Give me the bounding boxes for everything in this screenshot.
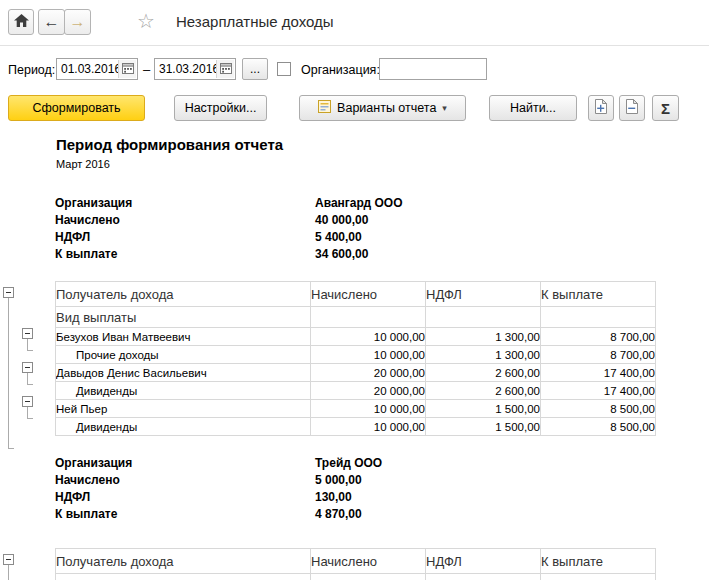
back-button[interactable]: ←	[38, 9, 65, 35]
summary-row[interactable]: Организация Авангард ООО	[55, 195, 655, 212]
recipient-cell[interactable]: Ней Пьер	[56, 400, 311, 418]
report-variants-button[interactable]: Варианты отчета ▾	[299, 95, 466, 121]
date-to-input[interactable]	[155, 59, 219, 79]
forward-button[interactable]: →	[64, 9, 91, 35]
report-window: ← → ☆ Незарплатные доходы Период: – ... …	[0, 0, 709, 580]
summary-row[interactable]: НДФЛ 130,00	[55, 489, 655, 506]
date-from-calendar-button[interactable]	[118, 60, 136, 78]
collapse-groups-button[interactable]	[619, 95, 645, 121]
organization-input[interactable]	[379, 58, 487, 80]
summary-row[interactable]: Организация Трейд ООО	[55, 455, 655, 472]
column-header: Начислено	[311, 282, 426, 307]
subheader-cell	[426, 574, 541, 580]
org-value[interactable]: Трейд ООО	[315, 455, 382, 472]
ndfl-cell[interactable]: 2 600,00	[426, 382, 541, 400]
group-line	[8, 565, 9, 580]
payment-kind-cell[interactable]: Дивиденды	[56, 382, 311, 400]
autosum-button[interactable]: Σ	[652, 95, 679, 121]
group-collapse-toggle[interactable]	[22, 362, 33, 373]
accrued-cell[interactable]: 20 000,00	[311, 382, 426, 400]
ndfl-cell[interactable]: 1 300,00	[426, 346, 541, 364]
payable-cell[interactable]: 8 500,00	[541, 400, 656, 418]
income-table-1: Получатель дохода Начислено НДФЛ К выпла…	[55, 281, 656, 436]
page-title: Незарплатные доходы	[176, 13, 334, 30]
accrued-cell[interactable]: 10 000,00	[311, 346, 426, 364]
report-variants-label: Варианты отчета	[337, 101, 436, 115]
ndfl-cell[interactable]: 1 500,00	[426, 400, 541, 418]
group-collapse-toggle[interactable]	[3, 287, 14, 298]
table-row: Дивиденды 10 000,00 1 500,00 8 500,00	[56, 418, 656, 436]
date-from-input[interactable]	[57, 59, 121, 79]
collapse-groups-icon	[625, 99, 639, 117]
home-icon	[14, 14, 29, 30]
home-button[interactable]	[8, 9, 34, 35]
table-row: Ней Пьер 10 000,00 1 500,00 8 500,00	[56, 400, 656, 418]
subheader-cell	[541, 307, 656, 328]
summary-label: Начислено	[55, 472, 315, 489]
group-line	[8, 298, 9, 448]
subheader-cell	[311, 574, 426, 580]
recipient-cell[interactable]: Безухов Иван Матвеевич	[56, 328, 311, 346]
subheader-cell	[56, 574, 311, 580]
period-label: Период:	[8, 63, 55, 77]
org-value[interactable]: Авангард ООО	[315, 195, 402, 212]
accrued-cell[interactable]: 10 000,00	[311, 328, 426, 346]
expand-groups-button[interactable]	[588, 95, 614, 121]
payable-cell[interactable]: 17 400,00	[541, 382, 656, 400]
favorite-star-icon[interactable]: ☆	[137, 11, 155, 31]
payable-cell[interactable]: 17 400,00	[541, 364, 656, 382]
generate-report-label: Сформировать	[32, 101, 120, 115]
summary-value[interactable]: 40 000,00	[315, 212, 368, 229]
ndfl-cell[interactable]: 1 500,00	[426, 418, 541, 436]
table-row: Давыдов Денис Васильевич 20 000,00 2 600…	[56, 364, 656, 382]
summary-row[interactable]: Начислено 5 000,00	[55, 472, 655, 489]
summary-row[interactable]: К выплате 4 870,00	[55, 506, 655, 523]
ndfl-cell[interactable]: 1 300,00	[426, 328, 541, 346]
summary-label: К выплате	[55, 506, 315, 523]
summary-row[interactable]: Начислено 40 000,00	[55, 212, 655, 229]
column-header: Начислено	[311, 549, 426, 574]
accrued-cell[interactable]: 20 000,00	[311, 364, 426, 382]
org-label: Организация	[55, 455, 315, 472]
summary-row[interactable]: НДФЛ 5 400,00	[55, 229, 655, 246]
period-more-button[interactable]: ...	[242, 58, 268, 80]
accrued-cell[interactable]: 10 000,00	[311, 418, 426, 436]
payable-cell[interactable]: 8 700,00	[541, 328, 656, 346]
subheader-cell	[426, 307, 541, 328]
generate-report-button[interactable]: Сформировать	[8, 95, 145, 121]
date-to-field[interactable]	[154, 58, 236, 80]
date-range-dash: –	[143, 62, 150, 77]
summary-value[interactable]: 5 400,00	[315, 229, 362, 246]
date-from-field[interactable]	[56, 58, 138, 80]
settings-button[interactable]: Настройки...	[174, 95, 267, 121]
find-label: Найти...	[510, 101, 556, 115]
summary-row[interactable]: К выплате 34 600,00	[55, 246, 655, 263]
summary-label: НДФЛ	[55, 489, 315, 506]
payable-cell[interactable]: 8 500,00	[541, 418, 656, 436]
column-header: Получатель дохода	[56, 282, 311, 307]
date-to-calendar-button[interactable]	[216, 60, 234, 78]
ndfl-cell[interactable]: 2 600,00	[426, 364, 541, 382]
payment-kind-cell[interactable]: Прочие доходы	[56, 346, 311, 364]
summary-value[interactable]: 34 600,00	[315, 246, 368, 263]
group-collapse-toggle[interactable]	[22, 396, 33, 407]
payable-cell[interactable]: 8 700,00	[541, 346, 656, 364]
group-collapse-toggle[interactable]	[3, 554, 14, 565]
subheader-cell	[311, 307, 426, 328]
recipient-cell[interactable]: Давыдов Денис Васильевич	[56, 364, 311, 382]
back-arrow-icon: ←	[44, 14, 60, 30]
calendar-icon	[122, 62, 134, 77]
group-collapse-toggle[interactable]	[22, 328, 33, 339]
summary-value[interactable]: 5 000,00	[315, 472, 362, 489]
accrued-cell[interactable]: 10 000,00	[311, 400, 426, 418]
payment-kind-cell[interactable]: Дивиденды	[56, 418, 311, 436]
organization-filter-checkbox[interactable]	[277, 62, 291, 76]
summary-value[interactable]: 130,00	[315, 489, 352, 506]
column-header: НДФЛ	[426, 549, 541, 574]
org-summary-2: Организация Трейд ООО Начислено 5 000,00…	[55, 455, 655, 523]
find-button[interactable]: Найти...	[489, 95, 577, 121]
report-period: Март 2016	[56, 158, 110, 170]
income-table-2: Получатель дохода Начислено НДФЛ К выпла…	[55, 548, 656, 580]
calendar-icon	[220, 62, 232, 77]
summary-value[interactable]: 4 870,00	[315, 506, 362, 523]
